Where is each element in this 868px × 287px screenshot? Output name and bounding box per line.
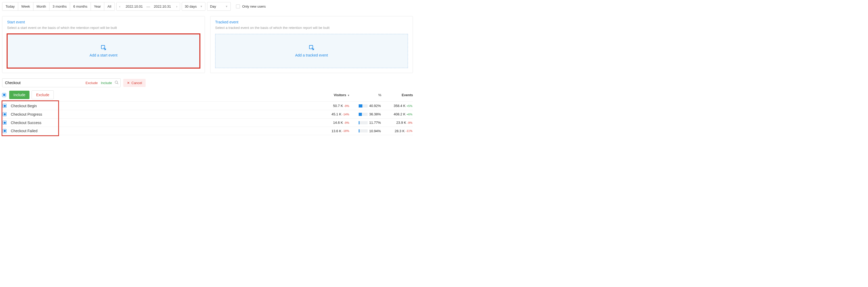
events-value: 408.2 K [394, 112, 406, 116]
event-name: Checkout Success [11, 121, 41, 125]
events-delta: -11% [406, 129, 412, 133]
tracked-event-subtitle: Select a tracked event on the basis of w… [215, 26, 408, 30]
pct-value: 11.77% [369, 121, 381, 124]
granularity-dropdown[interactable]: Day ▼ [207, 2, 231, 11]
row-checkbox[interactable] [3, 121, 7, 124]
col-visitors[interactable]: Visitors ▼ [318, 93, 350, 97]
visitors-value: 50.7 K [333, 104, 343, 108]
close-icon: ✕ [127, 81, 130, 85]
visitors-delta: -18% [342, 129, 349, 133]
period-today[interactable]: Today [2, 2, 18, 10]
cancel-button[interactable]: ✕ Cancel [123, 79, 146, 87]
date-prev-button[interactable]: ‹ [117, 2, 123, 10]
tracked-event-title: Tracked event [215, 20, 408, 24]
pct-bar [359, 129, 368, 133]
period-all[interactable]: All [104, 2, 114, 10]
pct-value: 10.94% [369, 129, 381, 133]
period-month[interactable]: Month [33, 2, 50, 10]
date-range-picker[interactable]: ‹ 2022.10.01 — 2022.10.31 › [116, 2, 180, 11]
table-header: Include Exclude Visitors ▼ % Events [2, 91, 413, 99]
table-row[interactable]: Checkout Progress45.1 K -14%36.38%408.2 … [2, 110, 413, 118]
pct-bar [359, 121, 368, 124]
add-tracked-event-label: Add a tracked event [295, 53, 328, 57]
search-exclude-button[interactable]: Exclude [86, 81, 98, 85]
row-checkbox[interactable] [3, 112, 7, 116]
events-value: 358.4 K [394, 104, 406, 108]
row-checkbox[interactable] [3, 129, 7, 133]
period-6-months[interactable]: 6 months [70, 2, 91, 10]
sort-desc-icon: ▼ [347, 94, 350, 97]
add-start-event-label: Add a start event [90, 53, 118, 57]
visitors-value: 14.6 K [333, 121, 343, 124]
col-percent[interactable]: % [350, 93, 381, 97]
start-event-subtitle: Select a start event on the basis of whi… [7, 26, 200, 30]
add-event-icon [309, 45, 314, 50]
events-value: 23.9 K [396, 121, 406, 124]
visitors-value: 13.6 K [332, 129, 342, 133]
toolbar: TodayWeekMonth3 months6 monthsYearAll ‹ … [2, 2, 413, 11]
row-checkbox[interactable] [3, 104, 7, 108]
date-next-button[interactable]: › [174, 2, 180, 10]
include-button[interactable]: Include [9, 91, 30, 99]
events-delta: -9% [407, 121, 412, 124]
visitors-delta: -9% [344, 104, 349, 107]
pct-value: 36.38% [369, 112, 381, 116]
event-name: Checkout Progress [11, 112, 42, 116]
pct-value: 40.92% [369, 104, 381, 108]
table-row[interactable]: Checkout Failed13.6 K -18%10.94%28.3 K -… [2, 127, 413, 135]
event-search-box: Exclude Include [2, 78, 121, 87]
table-row[interactable]: Checkout Begin50.7 K -9%40.92%358.4 K +5… [2, 102, 413, 110]
search-input[interactable] [5, 79, 84, 87]
date-to: 2022.10.31 [151, 2, 174, 10]
period-year[interactable]: Year [91, 2, 104, 10]
tracked-event-panel: Tracked event Select a tracked event on … [210, 16, 413, 73]
search-row: Exclude Include ✕ Cancel [2, 78, 413, 87]
period-week[interactable]: Week [18, 2, 33, 10]
event-name: Checkout Begin [11, 104, 37, 108]
date-separator: — [145, 4, 151, 9]
visitors-value: 45.1 K [332, 112, 342, 116]
only-new-users-label: Only new users [242, 4, 266, 8]
pct-bar [359, 104, 368, 107]
events-delta: +5% [407, 104, 412, 107]
checkbox-icon[interactable] [236, 4, 240, 8]
svg-point-2 [115, 81, 118, 83]
events-value: 28.3 K [395, 129, 405, 133]
add-event-icon [101, 45, 106, 50]
only-new-users-toggle[interactable]: Only new users [236, 4, 266, 8]
events-delta: +6% [407, 113, 412, 116]
add-start-event-button[interactable]: Add a start event [7, 34, 200, 68]
search-include-button[interactable]: Include [101, 81, 112, 85]
svg-line-3 [117, 83, 118, 84]
event-rows: Checkout Begin50.7 K -9%40.92%358.4 K +5… [2, 102, 413, 135]
select-all-checkbox[interactable] [2, 93, 6, 97]
col-events[interactable]: Events [381, 93, 413, 97]
exclude-button[interactable]: Exclude [32, 91, 54, 99]
search-icon[interactable] [115, 80, 119, 85]
visitors-delta: -14% [342, 113, 349, 116]
start-event-title: Start event [7, 20, 200, 24]
date-from: 2022.10.01 [123, 2, 145, 10]
range-dropdown[interactable]: 30 days ▼ [182, 2, 206, 11]
table-row[interactable]: Checkout Success14.6 K -9%11.77%23.9 K -… [2, 118, 413, 127]
start-event-panel: Start event Select a start event on the … [2, 16, 205, 73]
event-panels: Start event Select a start event on the … [2, 16, 413, 73]
pct-bar [359, 113, 368, 116]
cancel-label: Cancel [131, 81, 142, 85]
period-segmented: TodayWeekMonth3 months6 monthsYearAll [2, 2, 115, 11]
caret-down-icon: ▼ [200, 5, 203, 8]
add-tracked-event-button[interactable]: Add a tracked event [215, 34, 408, 68]
period-3-months[interactable]: 3 months [50, 2, 70, 10]
caret-down-icon: ▼ [225, 5, 228, 8]
event-name: Checkout Failed [11, 129, 37, 133]
granularity-dropdown-label: Day [210, 4, 216, 8]
range-dropdown-label: 30 days [185, 4, 197, 8]
visitors-delta: -9% [344, 121, 349, 124]
